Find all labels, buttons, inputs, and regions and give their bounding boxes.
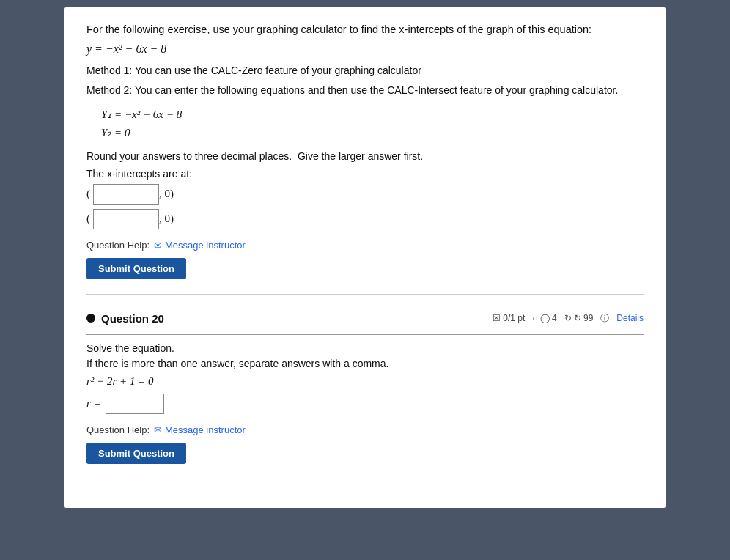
clock-meta: ○ ◯ 4 [532,313,556,323]
question-help-19: Question Help: ✉ Message instructor [86,240,644,251]
message-instructor-link-19[interactable]: ✉ Message instructor [154,240,246,251]
open-paren-1: ( [86,188,90,200]
score-text: 0/1 pt [503,313,525,323]
page-container: For the following exercise, use your gra… [64,7,666,508]
main-equation: y = −x² − 6x − 8 [86,43,644,56]
q20-equation: r² − 2r + 1 = 0 [86,375,644,388]
question-meta-20: ☒ 0/1 pt ○ ◯ 4 ↻ ↻ 99 ⓘ Details [493,312,644,325]
question-help-label-20: Question Help: [86,424,150,435]
email-icon-19: ✉ [154,240,162,251]
intercept-label: The x-intercepts are at: [86,168,644,180]
close-paren-1: , 0) [159,188,174,200]
round-text: Round your answers to three decimal plac… [86,150,644,162]
info-meta: ⓘ [600,312,609,325]
solve-text: Solve the equation. [86,342,644,354]
close-paren-2: , 0) [159,213,174,225]
message-instructor-link-20[interactable]: ✉ Message instructor [154,424,246,435]
r-input-row: r = [86,394,644,414]
clock-icon: ○ [532,313,537,323]
submit-button-19[interactable]: Submit Question [86,258,186,279]
score-meta: ☒ 0/1 pt [493,313,525,323]
email-icon-20: ✉ [154,424,162,435]
question-number-label-20: Question 20 [101,312,164,325]
r-label: r = [86,397,101,410]
intercept-row-1: ( , 0) [86,184,644,205]
submit-button-20[interactable]: Submit Question [86,443,186,464]
question-help-20: Question Help: ✉ Message instructor [86,424,644,435]
bullet-dot-20 [86,314,95,323]
score-box-icon: ☒ [493,313,501,323]
divider-20 [86,334,644,335]
info-icon: ⓘ [600,312,609,325]
equations-block: Y₁ = −x² − 6x − 8 Y₂ = 0 [101,106,644,143]
open-paren-2: ( [86,213,90,225]
intercept2-input[interactable] [93,209,159,229]
question20-header: Question 20 ☒ 0/1 pt ○ ◯ 4 ↻ ↻ 99 ⓘ [86,309,644,325]
intercept1-input[interactable] [93,184,159,205]
method1-text: Method 1: You can use the CALC-Zero feat… [86,63,644,78]
message-instructor-text-20: Message instructor [165,424,246,435]
eq-y1: Y₁ = −x² − 6x − 8 [101,106,644,125]
intro-text: For the following exercise, use your gra… [86,22,644,38]
retry-text: ↻ 99 [574,313,594,323]
question-number-20: Question 20 [86,312,164,325]
question-help-label-19: Question Help: [86,240,150,251]
question19-block: For the following exercise, use your gra… [86,22,644,295]
message-instructor-text-19: Message instructor [165,240,246,251]
if-more-text: If there is more than one answer, separa… [86,358,644,369]
retry-icon: ↻ [564,313,572,323]
retry-meta: ↻ ↻ 99 [564,313,594,323]
details-link-20[interactable]: Details [616,313,644,323]
method2-text: Method 2: You can enter the following eq… [86,83,644,98]
r-input[interactable] [106,394,164,414]
eq-y2: Y₂ = 0 [101,124,644,143]
intercept-row-2: ( , 0) [86,209,644,229]
question20-block: Question 20 ☒ 0/1 pt ○ ◯ 4 ↻ ↻ 99 ⓘ [86,309,644,479]
clock-text: ◯ 4 [540,313,557,323]
